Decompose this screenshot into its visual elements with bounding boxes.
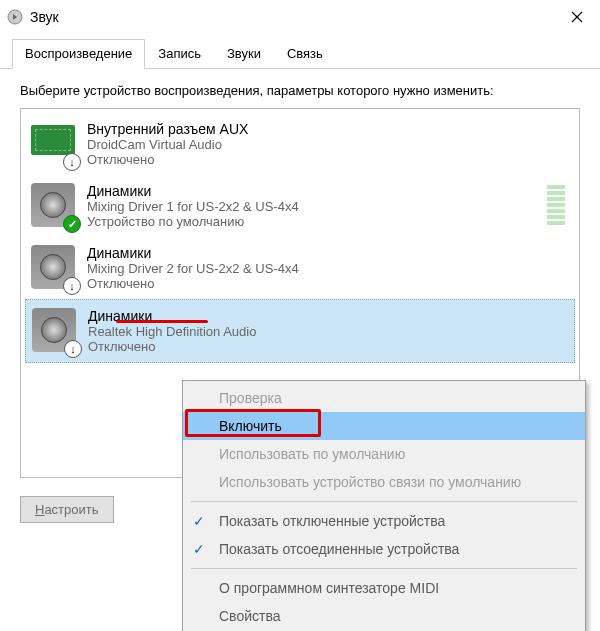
menu-separator — [191, 568, 577, 569]
menu-item-about-midi[interactable]: О программном синтезаторе MIDI — [183, 574, 585, 602]
device-row[interactable]: ↓ Динамики Mixing Driver 2 for US-2x2 & … — [25, 237, 575, 299]
disabled-badge-icon: ↓ — [63, 153, 81, 171]
default-badge-icon: ✓ — [63, 215, 81, 233]
menu-item-label: Показать отключенные устройства — [219, 513, 445, 529]
device-desc: Mixing Driver 2 for US-2x2 & US-4x4 — [87, 261, 299, 276]
menu-separator — [191, 501, 577, 502]
tab-communications[interactable]: Связь — [274, 39, 336, 69]
annotation-underline — [116, 320, 206, 323]
menu-item-set-default[interactable]: Использовать по умолчанию — [183, 440, 585, 468]
device-row[interactable]: ✓ Динамики Mixing Driver 1 for US-2x2 & … — [25, 175, 575, 237]
menu-item-show-disabled[interactable]: ✓ Показать отключенные устройства — [183, 507, 585, 535]
instruction-text: Выберите устройство воспроизведения, пар… — [20, 83, 580, 98]
tab-playback[interactable]: Воспроизведение — [12, 39, 145, 69]
device-desc: Realtek High Definition Audio — [88, 324, 256, 339]
close-button[interactable] — [554, 0, 600, 34]
device-desc: Mixing Driver 1 for US-2x2 & US-4x4 — [87, 199, 299, 214]
device-status: Отключено — [87, 276, 299, 291]
menu-item-label: Показать отсоединенные устройства — [219, 541, 459, 557]
window-title: Звук — [30, 9, 554, 25]
aux-jack-icon: ↓ — [31, 121, 77, 167]
menu-item-properties[interactable]: Свойства — [183, 602, 585, 630]
device-name: Динамики — [87, 245, 299, 261]
menu-item-show-disconnected[interactable]: ✓ Показать отсоединенные устройства — [183, 535, 585, 563]
disabled-badge-icon: ↓ — [63, 277, 81, 295]
disabled-badge-icon: ↓ — [64, 340, 82, 358]
sound-app-icon — [6, 8, 24, 26]
device-name: Динамики — [87, 183, 299, 199]
device-row[interactable]: ↓ Динамики Realtek High Definition Audio… — [25, 299, 575, 363]
configure-button[interactable]: Настроить — [20, 496, 114, 523]
speaker-icon: ✓ — [31, 183, 77, 229]
speaker-icon: ↓ — [32, 308, 78, 354]
device-desc: DroidCam Virtual Audio — [87, 137, 248, 152]
checkmark-icon: ✓ — [193, 513, 205, 529]
tab-sounds[interactable]: Звуки — [214, 39, 274, 69]
tab-recording[interactable]: Запись — [145, 39, 214, 69]
tabs: Воспроизведение Запись Звуки Связь — [0, 34, 600, 69]
menu-item-test[interactable]: Проверка — [183, 384, 585, 412]
device-status: Отключено — [88, 339, 256, 354]
menu-item-set-default-comm[interactable]: Использовать устройство связи по умолчан… — [183, 468, 585, 496]
speaker-icon: ↓ — [31, 245, 77, 291]
context-menu: Проверка Включить Использовать по умолча… — [182, 380, 586, 631]
device-status: Устройство по умолчанию — [87, 214, 299, 229]
device-name: Внутренний разъем AUX — [87, 121, 248, 137]
checkmark-icon: ✓ — [193, 541, 205, 557]
menu-item-enable[interactable]: Включить — [183, 412, 585, 440]
level-meter-icon — [547, 185, 565, 225]
device-row[interactable]: ↓ Внутренний разъем AUX DroidCam Virtual… — [25, 113, 575, 175]
device-status: Отключено — [87, 152, 248, 167]
titlebar: Звук — [0, 0, 600, 34]
